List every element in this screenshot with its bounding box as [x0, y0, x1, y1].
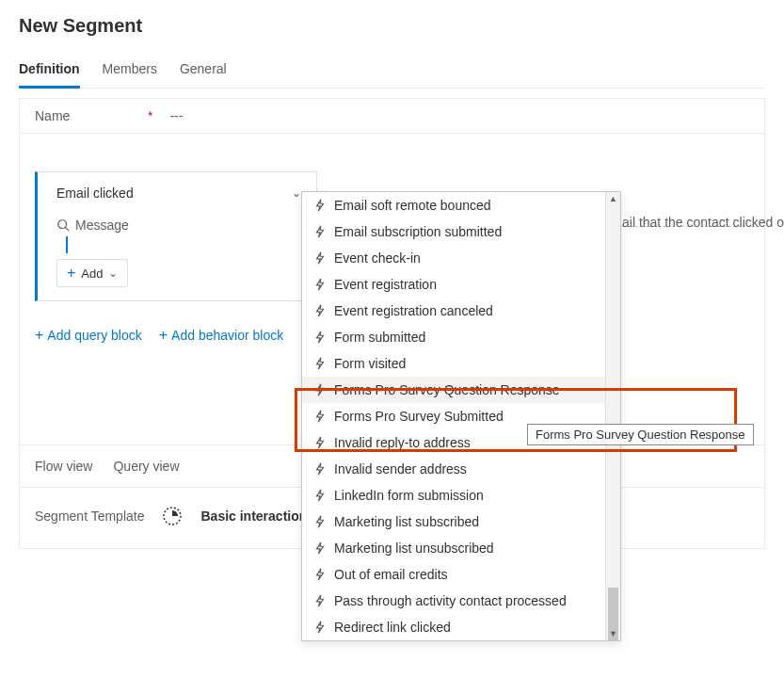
dropdown-item[interactable]: Forms Pro Survey Question Response: [302, 377, 620, 403]
interaction-dropdown[interactable]: Email soft remote bouncedEmail subscript…: [301, 191, 621, 641]
tab-members[interactable]: Members: [103, 54, 157, 88]
template-name[interactable]: Basic interaction: [200, 508, 307, 524]
dropdown-item-label: Invalid reply-to address: [334, 435, 471, 450]
search-icon: [56, 218, 70, 232]
dropdown-item[interactable]: Out of email credits: [302, 561, 620, 588]
hint-text: ail that the contact clicked on: [622, 215, 784, 230]
add-query-label: Add query block: [47, 328, 141, 343]
add-behavior-label: Add behavior block: [171, 328, 283, 343]
dropdown-item[interactable]: Marketing list unsubscribed: [302, 535, 620, 561]
name-row: Name * ---: [20, 99, 764, 134]
add-label: Add: [81, 266, 103, 281]
block-header[interactable]: Email clicked ⌄: [56, 186, 301, 201]
tab-general[interactable]: General: [180, 54, 227, 88]
dropdown-item[interactable]: Pass through activity contact processed: [302, 588, 620, 614]
svg-point-0: [58, 220, 67, 229]
scrollbar[interactable]: ▲ ▼: [605, 192, 620, 640]
dropdown-item-label: Invalid sender address: [334, 461, 467, 476]
scroll-down-arrow[interactable]: ▼: [606, 627, 620, 640]
block-title: Email clicked: [56, 186, 134, 201]
message-label: Message: [75, 218, 129, 233]
dropdown-item-label: LinkedIn form submission: [334, 488, 484, 503]
tab-definition[interactable]: Definition: [19, 54, 80, 89]
dropdown-item[interactable]: Event check-in: [302, 245, 620, 271]
svg-line-1: [66, 228, 70, 232]
name-label: Name: [35, 108, 148, 123]
required-asterisk: *: [148, 108, 152, 123]
dropdown-item[interactable]: Form visited: [302, 350, 620, 377]
name-value[interactable]: ---: [169, 108, 183, 123]
message-search[interactable]: Message: [56, 218, 301, 233]
add-query-block-button[interactable]: +Add query block: [35, 328, 142, 343]
dropdown-item-label: Forms Pro Survey Submitted: [334, 409, 504, 424]
template-label: Segment Template: [35, 508, 144, 524]
scroll-up-arrow[interactable]: ▲: [606, 192, 620, 205]
plus-icon: +: [159, 328, 168, 343]
dropdown-item-label: Redirect link clicked: [334, 620, 451, 635]
dropdown-item-label: Marketing list unsubscribed: [334, 541, 494, 556]
tooltip: Forms Pro Survey Question Response: [527, 424, 754, 445]
behavior-block: Email clicked ⌄ Message + Add ⌄: [35, 171, 317, 301]
plus-icon: +: [67, 266, 75, 281]
dropdown-item-label: Pass through activity contact processed: [334, 593, 567, 608]
dropdown-item-label: Event check-in: [334, 250, 421, 266]
template-icon: [161, 505, 184, 527]
dropdown-item[interactable]: Marketing list subscribed: [302, 508, 620, 535]
dropdown-item[interactable]: Redirect link clicked: [302, 614, 620, 640]
dropdown-item[interactable]: Invalid sender address: [302, 456, 620, 482]
dropdown-item[interactable]: Event registration canceled: [302, 298, 620, 324]
flow-view-button[interactable]: Flow view: [35, 459, 92, 474]
dropdown-item-label: Form visited: [334, 356, 406, 371]
chevron-down-icon: ⌄: [292, 186, 301, 200]
connector-line: [66, 236, 68, 253]
dropdown-item[interactable]: Email soft remote bounced: [302, 192, 620, 218]
tab-bar: Definition Members General: [19, 54, 765, 89]
dropdown-item[interactable]: Form submitted: [302, 324, 620, 350]
dropdown-item[interactable]: Email subscription submitted: [302, 218, 620, 245]
add-behavior-block-button[interactable]: +Add behavior block: [159, 328, 283, 343]
dropdown-item-label: Marketing list subscribed: [334, 514, 479, 529]
dropdown-item-label: Event registration: [334, 277, 437, 292]
dropdown-item-label: Event registration canceled: [334, 303, 493, 318]
add-condition-button[interactable]: + Add ⌄: [56, 259, 128, 287]
plus-icon: +: [35, 328, 43, 343]
dropdown-item[interactable]: LinkedIn form submission: [302, 482, 620, 508]
dropdown-item-label: Out of email credits: [334, 567, 448, 582]
chevron-down-icon: ⌄: [108, 266, 118, 280]
dropdown-item[interactable]: Event registration: [302, 271, 620, 298]
dropdown-item-label: Email soft remote bounced: [334, 198, 491, 213]
dropdown-item-label: Form submitted: [334, 330, 425, 345]
dropdown-item-label: Email subscription submitted: [334, 224, 502, 239]
dropdown-item-label: Forms Pro Survey Question Response: [334, 382, 560, 397]
query-view-button[interactable]: Query view: [113, 459, 179, 474]
page-title: New Segment: [19, 15, 765, 37]
